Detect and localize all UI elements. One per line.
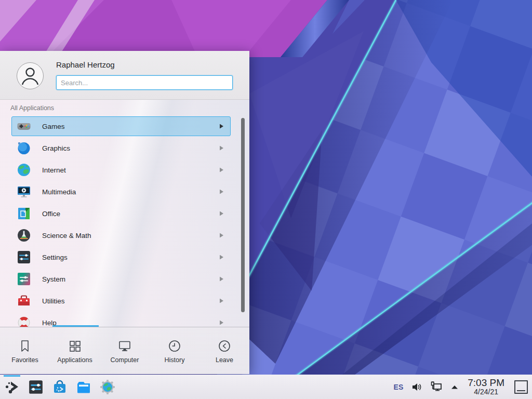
- submenu-arrow-icon: [220, 190, 223, 194]
- web-browser-icon: [100, 379, 115, 395]
- tab-label: History: [165, 356, 185, 364]
- science-icon: [17, 228, 31, 243]
- active-tab-indicator: [52, 325, 99, 327]
- category-label: Office: [42, 210, 60, 218]
- leave-icon: [218, 339, 231, 353]
- submenu-arrow-icon: [220, 255, 223, 260]
- scrollbar[interactable]: [241, 118, 245, 312]
- submenu-arrow-icon: [220, 211, 223, 216]
- tab-label: Leave: [216, 356, 233, 364]
- keyboard-layout-indicator[interactable]: ES: [394, 383, 404, 391]
- system-icon: [17, 272, 31, 286]
- submenu-arrow-icon: [220, 277, 223, 282]
- category-multimedia[interactable]: Multimedia: [11, 182, 231, 202]
- category-games[interactable]: Games: [11, 116, 231, 136]
- show-desktop-button[interactable]: [514, 380, 528, 394]
- category-list: All Applications Game: [0, 101, 249, 327]
- bookmark-icon: [18, 339, 32, 353]
- graphics-icon: [17, 141, 31, 155]
- expand-tray-icon[interactable]: [450, 383, 459, 391]
- category-label: Settings: [42, 254, 68, 261]
- tab-label: Favorites: [11, 356, 38, 364]
- submenu-arrow-icon: [220, 233, 223, 238]
- multimedia-icon: [17, 184, 31, 199]
- system-settings-icon: [28, 379, 44, 395]
- submenu-arrow-icon: [220, 299, 223, 303]
- grid-icon: [68, 339, 82, 353]
- app-launcher-icon: [4, 379, 20, 395]
- category-graphics[interactable]: Graphics: [11, 138, 231, 158]
- category-office[interactable]: Office: [11, 204, 231, 223]
- discover-button[interactable]: [51, 377, 68, 397]
- tab-applications[interactable]: Applications: [50, 327, 100, 374]
- tab-computer[interactable]: Computer: [100, 327, 150, 374]
- desktop: Raphael Hertzog All Applications: [0, 0, 532, 399]
- submenu-arrow-icon: [220, 124, 223, 129]
- category-label: Internet: [42, 166, 66, 174]
- tab-history[interactable]: History: [150, 327, 200, 374]
- network-icon[interactable]: [430, 381, 443, 393]
- application-launcher-menu: Raphael Hertzog All Applications: [0, 51, 249, 374]
- desktop-line: [517, 390, 525, 391]
- category-settings[interactable]: Settings: [11, 247, 231, 267]
- category-system[interactable]: System: [11, 269, 231, 289]
- taskbar: ES 7:03 PM 4/24/21: [0, 375, 532, 399]
- file-manager-icon: [76, 379, 91, 395]
- digital-clock[interactable]: 7:03 PM 4/24/21: [468, 378, 504, 396]
- volume-icon[interactable]: [411, 381, 422, 393]
- office-icon: [17, 206, 31, 221]
- monitor-icon: [118, 339, 131, 353]
- category-label: Utilities: [42, 297, 65, 305]
- submenu-arrow-icon: [220, 146, 223, 151]
- category-label: Science & Math: [42, 232, 91, 240]
- system-settings-button[interactable]: [28, 377, 44, 397]
- category-internet[interactable]: Internet: [11, 160, 231, 180]
- internet-icon: [17, 163, 31, 177]
- launcher-header: Raphael Hertzog: [0, 51, 249, 99]
- settings-icon: [17, 250, 31, 264]
- tab-favorites[interactable]: Favorites: [0, 327, 50, 374]
- tab-leave[interactable]: Leave: [200, 327, 249, 374]
- category-utilities[interactable]: Utilities: [11, 291, 231, 311]
- category-label: Games: [42, 123, 65, 130]
- category-label: Multimedia: [42, 188, 76, 196]
- utilities-icon: [17, 294, 31, 308]
- games-icon: [17, 119, 31, 134]
- header-separator: [0, 99, 249, 100]
- clock-date: 4/24/21: [468, 388, 504, 396]
- search-input[interactable]: [56, 75, 233, 90]
- web-browser-button[interactable]: [99, 377, 116, 397]
- category-help[interactable]: Help: [11, 313, 231, 327]
- help-icon: [17, 315, 31, 327]
- tab-label: Applications: [57, 356, 92, 364]
- clock-icon: [168, 339, 181, 353]
- file-manager-button[interactable]: [75, 377, 92, 397]
- app-launcher-button[interactable]: [4, 377, 20, 397]
- discover-icon: [52, 379, 68, 395]
- clock-time: 7:03 PM: [468, 378, 504, 388]
- submenu-arrow-icon: [220, 168, 223, 172]
- section-label: All Applications: [10, 104, 249, 112]
- submenu-arrow-icon: [220, 321, 223, 325]
- tab-label: Computer: [111, 356, 139, 364]
- category-label: Graphics: [42, 144, 70, 152]
- user-icon: [17, 63, 43, 89]
- category-science-math[interactable]: Science & Math: [11, 225, 231, 245]
- launcher-tabbar: Favorites Applications: [0, 327, 249, 374]
- user-name: Raphael Hertzog: [56, 60, 115, 69]
- category-label: System: [42, 275, 65, 283]
- user-avatar[interactable]: [17, 62, 44, 89]
